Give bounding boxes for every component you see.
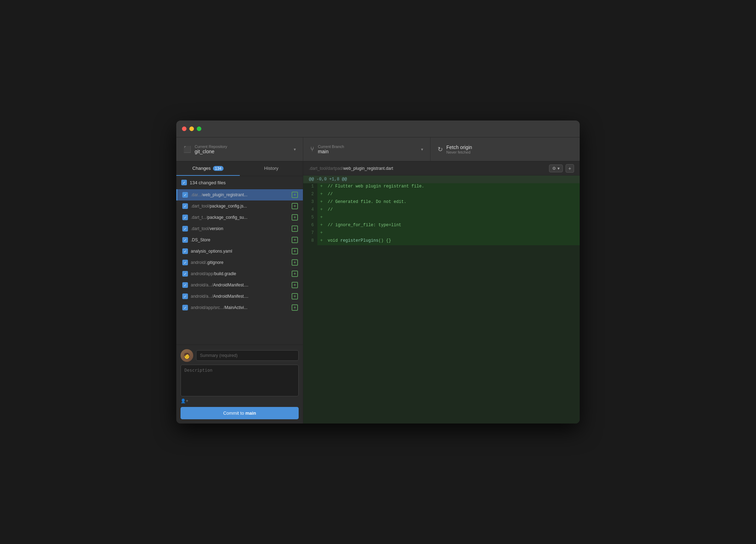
- fetch-origin-button[interactable]: ↻ Fetch origin Never fetched: [431, 137, 580, 161]
- file-name: .DS_Store: [191, 237, 289, 242]
- file-checkbox[interactable]: ✓: [182, 226, 188, 231]
- diff-plus-icon: +: [317, 191, 325, 199]
- description-wrapper: 👤+: [181, 365, 299, 404]
- desc-footer: 👤+: [181, 398, 299, 404]
- tab-history-label: History: [264, 166, 278, 171]
- file-checkbox[interactable]: ✓: [182, 192, 188, 198]
- file-name: android/a.../AndroidManifest....: [191, 283, 289, 288]
- file-checkbox[interactable]: ✓: [182, 271, 188, 277]
- diff-plus-icon: +: [317, 230, 325, 237]
- fetch-label: Fetch origin: [446, 144, 573, 150]
- commit-branch-name: main: [245, 410, 256, 416]
- toolbar: ⬛ Current Repository git_clone ▾ ⑂ Curre…: [176, 137, 580, 161]
- diff-line-content: // Generated file. Do not edit.: [325, 199, 580, 206]
- minimize-button[interactable]: [189, 126, 194, 131]
- maximize-button[interactable]: [197, 126, 201, 131]
- diff-line: 4 + //: [303, 206, 580, 214]
- diff-settings-button[interactable]: ⚙ ▾: [549, 165, 563, 172]
- titlebar: [176, 120, 580, 137]
- file-checkbox[interactable]: ✓: [182, 293, 188, 299]
- avatar-image: 🧑: [181, 349, 193, 362]
- file-checkbox[interactable]: ✓: [182, 260, 188, 265]
- file-item[interactable]: ✓ android/app/src.../MainActivi... +: [176, 302, 303, 313]
- checkmark-icon: ✓: [184, 306, 187, 310]
- commit-label: Commit to: [223, 410, 245, 416]
- diff-line-content: //: [325, 191, 580, 199]
- file-item[interactable]: ✓ android/a.../AndroidManifest.... +: [176, 291, 303, 302]
- file-item[interactable]: ✓ android/app/build.gradle +: [176, 268, 303, 279]
- file-checkbox[interactable]: ✓: [182, 237, 188, 243]
- file-checkbox[interactable]: ✓: [182, 305, 188, 310]
- sidebar: Changes 134 History ✓ 134 changed files: [176, 161, 303, 424]
- line-number: 5: [303, 214, 317, 222]
- diff-add-button[interactable]: +: [566, 164, 574, 173]
- file-status-added-icon: +: [292, 293, 298, 299]
- select-all-checkbox[interactable]: ✓: [181, 180, 187, 185]
- repo-icon: ⬛: [183, 146, 191, 153]
- file-status-added-icon: +: [292, 248, 298, 254]
- diff-line-content: //: [325, 206, 580, 214]
- diff-plus-icon: +: [317, 206, 325, 214]
- diff-line-content: // Flutter web plugin registrant file.: [325, 183, 580, 191]
- line-number: 2: [303, 191, 317, 199]
- checkmark-icon: ✓: [184, 193, 187, 197]
- line-number: 8: [303, 237, 317, 245]
- file-item[interactable]: ✓ .dart_tool/version +: [176, 223, 303, 234]
- commit-button[interactable]: Commit to main: [181, 407, 299, 419]
- file-item[interactable]: ✓ analysis_options.yaml +: [176, 246, 303, 257]
- diff-header: .dart_tool/dartpad/web_plugin_registrant…: [303, 161, 580, 175]
- file-name: .dart_tool/package_config.js...: [191, 204, 289, 209]
- diff-content[interactable]: @@ -0,0 +1,8 @@ 1 + // Flutter web plugi…: [303, 175, 580, 424]
- file-status-added-icon: +: [292, 192, 298, 198]
- line-number: 1: [303, 183, 317, 191]
- file-checkbox[interactable]: ✓: [182, 282, 188, 288]
- close-button[interactable]: [182, 126, 187, 131]
- file-checkbox[interactable]: ✓: [182, 215, 188, 220]
- file-item[interactable]: ✓ .dart_tool/package_config.js... +: [176, 200, 303, 212]
- file-item[interactable]: ✓ .dar.../web_plugin_registrant... +: [176, 189, 303, 200]
- file-item[interactable]: ✓ .dart_t.../package_config_su... +: [176, 212, 303, 223]
- repo-chevron-icon: ▾: [294, 147, 296, 152]
- file-status-added-icon: +: [292, 304, 298, 311]
- line-number: 3: [303, 199, 317, 206]
- summary-input[interactable]: [196, 350, 299, 361]
- diff-line: 5 +: [303, 214, 580, 222]
- line-number: 4: [303, 206, 317, 214]
- diff-line-content: [325, 230, 580, 237]
- diff-actions: ⚙ ▾ +: [549, 164, 574, 173]
- file-name: analysis_options.yaml: [191, 249, 289, 254]
- file-list: ✓ .dar.../web_plugin_registrant... + ✓ .…: [176, 189, 303, 345]
- tab-changes[interactable]: Changes 134: [176, 161, 240, 176]
- file-name: android/app/build.gradle: [191, 271, 289, 276]
- checkmark-icon: ✓: [184, 272, 187, 276]
- file-name: android/app/src.../MainActivi...: [191, 305, 289, 310]
- diff-plus-icon: +: [317, 237, 325, 245]
- main-content: Changes 134 History ✓ 134 changed files: [176, 161, 580, 424]
- file-item[interactable]: ✓ .DS_Store +: [176, 234, 303, 246]
- tab-changes-badge: 134: [213, 166, 224, 171]
- filepath-prefix: .dart_tool/dartpad/: [309, 166, 343, 171]
- fetch-sublabel: Never fetched: [446, 150, 573, 154]
- checkmark-icon: ✓: [184, 227, 187, 231]
- tab-history[interactable]: History: [240, 161, 303, 176]
- diff-filepath: .dart_tool/dartpad/web_plugin_registrant…: [309, 166, 393, 171]
- diff-line-content: [325, 214, 580, 222]
- file-checkbox[interactable]: ✓: [182, 248, 188, 254]
- file-status-added-icon: +: [292, 203, 298, 209]
- add-person-icon: 👤+: [181, 398, 188, 403]
- file-name: .dar.../web_plugin_registrant...: [191, 192, 289, 197]
- file-item[interactable]: ✓ android/.gitignore +: [176, 257, 303, 268]
- diff-settings-chevron-icon: ▾: [557, 166, 560, 171]
- branch-selector[interactable]: ⑂ Current Branch main ▾: [303, 137, 430, 161]
- repo-selector[interactable]: ⬛ Current Repository git_clone ▾: [176, 137, 303, 161]
- checkmark-icon: ✓: [184, 295, 187, 298]
- checkmark-icon: ✓: [184, 238, 187, 242]
- add-coauthor-button[interactable]: 👤+: [181, 398, 188, 403]
- description-input[interactable]: [181, 365, 299, 396]
- file-checkbox[interactable]: ✓: [182, 203, 188, 209]
- file-status-added-icon: +: [292, 259, 298, 266]
- branch-icon: ⑂: [310, 146, 314, 153]
- branch-label: Current Branch: [318, 144, 417, 149]
- file-item[interactable]: ✓ android/a.../AndroidManifest.... +: [176, 279, 303, 291]
- gear-icon: ⚙: [552, 166, 556, 171]
